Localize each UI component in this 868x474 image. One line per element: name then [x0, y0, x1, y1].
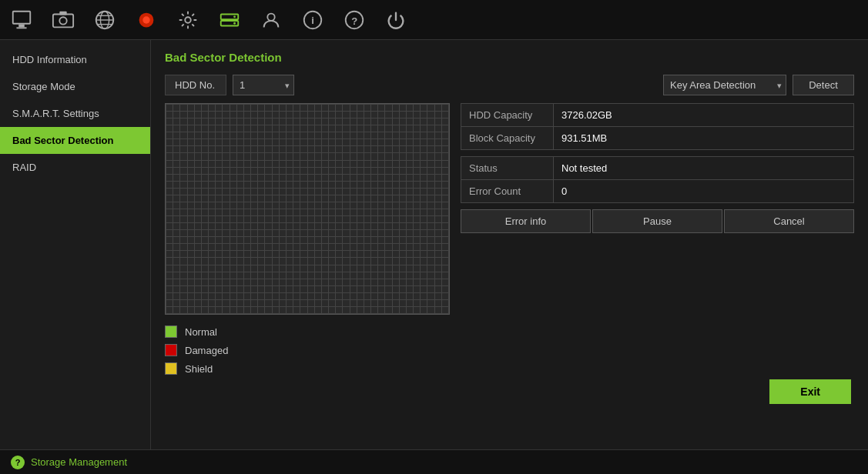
grid-cell — [385, 195, 391, 202]
grid-cell — [336, 258, 342, 264]
grid-cell — [265, 300, 271, 306]
grid-cell — [195, 258, 201, 264]
grid-cell — [308, 202, 314, 209]
grid-cell — [209, 105, 215, 111]
account-icon[interactable] — [257, 6, 285, 34]
grid-cell — [223, 265, 229, 272]
sidebar-item-raid[interactable]: RAID — [0, 154, 150, 181]
grid-cell — [421, 279, 427, 285]
grid-cell — [400, 112, 406, 118]
grid-cell — [202, 279, 208, 285]
grid-cell — [393, 132, 399, 139]
grid-cell — [173, 223, 179, 229]
page-title: Bad Sector Detection — [165, 51, 854, 64]
grid-cell — [407, 195, 413, 202]
grid-cell — [336, 153, 342, 159]
grid-cell — [280, 175, 286, 181]
grid-cell — [421, 307, 427, 313]
storage-icon[interactable] — [216, 6, 243, 34]
grid-cell — [293, 300, 300, 306]
hdd-number-select[interactable]: 1 2 3 4 — [233, 75, 294, 95]
grid-cell — [273, 112, 279, 118]
grid-cell — [329, 118, 335, 125]
sidebar-item-smart-settings[interactable]: S.M.A.R.T. Settings — [0, 100, 150, 127]
grid-cell — [336, 112, 342, 118]
error-info-button[interactable]: Error info — [461, 209, 591, 233]
power-icon[interactable] — [382, 6, 410, 34]
bottom-help-icon: ? — [11, 456, 25, 469]
grid-cell — [442, 125, 448, 132]
grid-cell — [350, 258, 357, 264]
grid-cell — [308, 265, 314, 272]
grid-cell — [414, 153, 420, 159]
grid-cell — [202, 300, 208, 306]
grid-cell — [280, 258, 286, 264]
grid-cell — [400, 146, 406, 152]
grid-cell — [251, 161, 257, 167]
grid-cell — [223, 300, 229, 306]
grid-cell — [230, 209, 236, 215]
grid-cell — [371, 272, 377, 279]
grid-cell — [315, 125, 321, 132]
grid-cell — [385, 105, 391, 111]
grid-cell — [280, 132, 286, 139]
grid-cell — [371, 251, 377, 257]
grid-cell — [251, 168, 257, 174]
grid-cell — [393, 182, 399, 188]
grid-cell — [188, 293, 194, 299]
grid-cell — [385, 258, 391, 264]
monitor-icon[interactable] — [8, 6, 35, 34]
grid-cell — [166, 112, 173, 118]
grid-cell — [209, 244, 215, 250]
grid-cell — [230, 146, 236, 152]
grid-cell — [209, 251, 215, 257]
grid-cell — [273, 272, 279, 279]
grid-cell — [393, 209, 399, 215]
grid-cell — [265, 223, 271, 229]
grid-cell — [180, 230, 186, 236]
grid-cell — [371, 139, 377, 145]
detect-button[interactable]: Detect — [793, 75, 854, 95]
exit-button[interactable]: Exit — [769, 379, 851, 404]
grid-cell — [308, 258, 314, 264]
grid-cell — [166, 230, 173, 236]
grid-cell — [280, 139, 286, 145]
grid-cell — [300, 118, 307, 125]
grid-cell — [293, 237, 300, 243]
status-table: Status Not tested Error Count 0 — [461, 156, 854, 203]
pause-button[interactable]: Pause — [592, 209, 722, 233]
grid-cell — [385, 244, 391, 250]
bottom-section: Exit — [165, 375, 854, 404]
camera-icon[interactable] — [49, 6, 77, 34]
cancel-button[interactable]: Cancel — [724, 209, 854, 233]
grid-cell — [195, 125, 201, 132]
grid-cell — [195, 223, 201, 229]
sidebar-item-hdd-information[interactable]: HDD Information — [0, 46, 150, 73]
grid-cell — [293, 251, 300, 257]
main-container: HDD Information Storage Mode S.M.A.R.T. … — [0, 40, 868, 449]
sidebar-item-bad-sector-detection[interactable]: Bad Sector Detection — [0, 127, 150, 154]
grid-cell — [251, 209, 257, 215]
record-icon[interactable] — [132, 6, 160, 34]
grid-cell — [322, 293, 328, 299]
help-icon[interactable]: ? — [340, 6, 368, 34]
grid-cell — [393, 272, 399, 279]
grid-cell — [166, 265, 173, 272]
grid-cell — [280, 300, 286, 306]
grid-cell — [393, 161, 399, 167]
grid-cell — [414, 216, 420, 222]
grid-cell — [427, 300, 434, 306]
grid-cell — [371, 189, 377, 195]
network-icon[interactable] — [91, 6, 119, 34]
grid-cell — [308, 182, 314, 188]
info-icon[interactable]: i — [299, 6, 327, 34]
grid-cell — [237, 153, 243, 159]
sidebar-item-storage-mode[interactable]: Storage Mode — [0, 73, 150, 100]
grid-cell — [223, 279, 229, 285]
grid-cell — [209, 202, 215, 209]
detection-type-select[interactable]: Key Area Detection Full Detection — [663, 75, 786, 95]
settings-icon[interactable] — [174, 6, 202, 34]
grid-cell — [209, 293, 215, 299]
legend: Normal Damaged Shield — [165, 325, 854, 375]
grid-cell — [393, 265, 399, 272]
